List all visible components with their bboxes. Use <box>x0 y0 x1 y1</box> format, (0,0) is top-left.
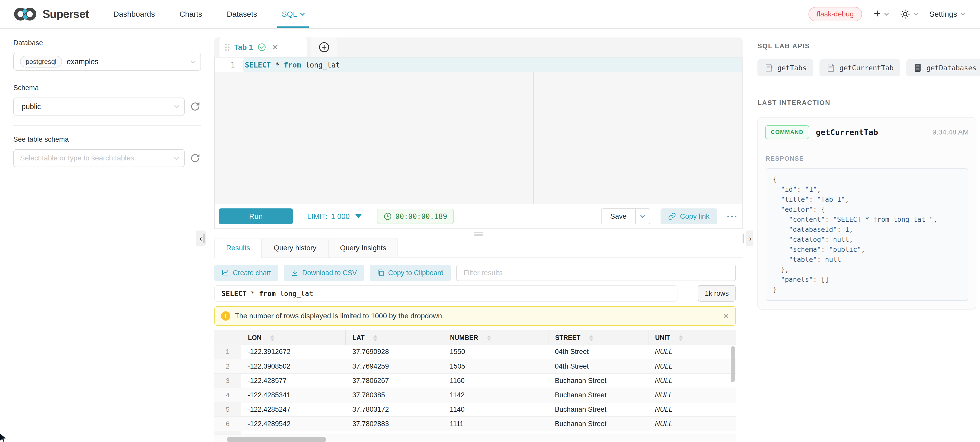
api-button-getcurrenttab[interactable]: getCurrentTab <box>819 59 900 76</box>
download-icon <box>291 269 299 277</box>
table-cell: Buchanan Street <box>548 373 648 388</box>
table-cell: 37.7694259 <box>346 359 443 373</box>
copy-to-clipboard-button[interactable]: Copy to Clipboard <box>370 265 451 281</box>
response-json: { "id": "1", "title": "Tab 1", "editor":… <box>773 174 961 295</box>
sort-icons[interactable] <box>373 335 377 341</box>
theme-toggle[interactable] <box>900 9 918 19</box>
table-cell: NULL <box>648 373 736 388</box>
schema-select[interactable]: public <box>13 97 185 115</box>
run-button[interactable]: Run <box>219 208 293 224</box>
table-cell: Buchanan Street <box>548 402 648 416</box>
save-options-button[interactable] <box>635 209 650 224</box>
chevron-down-icon <box>300 11 305 15</box>
chevron-down-icon <box>191 58 196 64</box>
add-tab-button[interactable] <box>311 37 337 57</box>
close-warning-icon[interactable]: ✕ <box>723 312 729 320</box>
close-tab-icon[interactable]: ✕ <box>272 43 278 52</box>
results-tab-results[interactable]: Results <box>214 238 262 258</box>
download-csv-button[interactable]: Download to CSV <box>284 265 364 281</box>
table-cell: 37.7690928 <box>346 345 443 359</box>
row-index: 4 <box>214 388 241 402</box>
nav-item-dashboards[interactable]: Dashboards <box>113 0 155 28</box>
save-button[interactable]: Save <box>601 209 635 224</box>
text-caret <box>243 60 244 70</box>
table-row: 1-122.391267237.7690928155004th StreetNU… <box>214 345 736 359</box>
sql-editor[interactable]: 1 SELECT * from long_lat Run LIMIT: 1 00… <box>214 57 743 229</box>
results-table-wrap: LONLATNUMBERSTREETUNIT 1-122.391267237.7… <box>214 330 736 435</box>
table-cell: -122.3908502 <box>241 359 346 373</box>
refresh-tables-icon[interactable] <box>189 152 201 164</box>
table-cell: 1111 <box>443 416 548 431</box>
nav-item-charts[interactable]: Charts <box>180 0 202 28</box>
limit-label: LIMIT: <box>307 212 328 221</box>
table-cell: 1505 <box>443 359 548 373</box>
editor-tabstrip: Tab 1 ✕ <box>214 37 743 57</box>
api-buttons: getTabsgetCurrentTabgetDatabases <box>757 59 977 76</box>
tab-1[interactable]: Tab 1 ✕ <box>220 37 307 57</box>
results-actions: Create chart Download to CSV Copy to Cli… <box>214 265 743 281</box>
table-cell: -122.3912672 <box>241 345 346 359</box>
save-split-button: Save <box>601 208 650 224</box>
column-label: UNIT <box>655 334 670 341</box>
new-item-menu[interactable]: + <box>874 9 888 19</box>
sort-icons[interactable] <box>589 335 593 341</box>
create-chart-label: Create chart <box>233 269 271 277</box>
nav-item-label: SQL <box>282 10 297 19</box>
apis-title: SQL LAB APIS <box>757 42 977 50</box>
row-index: 1 <box>214 345 241 359</box>
refresh-schemas-icon[interactable] <box>189 101 201 112</box>
sun-icon <box>900 9 910 19</box>
sort-icons[interactable] <box>487 335 491 341</box>
results-tab-query-history[interactable]: Query history <box>262 238 328 258</box>
filter-results-input[interactable] <box>457 265 736 281</box>
sql-text: * <box>271 61 284 69</box>
sidebar-resize-handle[interactable] <box>203 234 205 243</box>
sql-keyword: SELECT <box>221 290 247 297</box>
timer-value: 00:00:00.189 <box>395 212 447 221</box>
column-header-lon[interactable]: LON <box>241 330 346 345</box>
column-header-street[interactable]: STREET <box>548 330 648 345</box>
top-navbar: Superset DashboardsChartsDatasetsSQL fla… <box>0 0 980 29</box>
settings-menu[interactable]: Settings <box>929 10 965 19</box>
saved-check-icon <box>258 43 266 51</box>
query-preview: SELECT * from long_lat <box>214 285 678 302</box>
hscroll-thumb[interactable] <box>227 437 326 442</box>
editor-empty-area[interactable] <box>215 72 742 204</box>
create-chart-button[interactable]: Create chart <box>214 265 278 281</box>
limit-dropdown[interactable]: LIMIT: 1 000 <box>307 212 361 221</box>
table-cell: 04th Street <box>548 345 648 359</box>
pane-resize-handle[interactable] <box>474 232 483 236</box>
nav-item-sql[interactable]: SQL <box>282 0 304 28</box>
column-header-lat[interactable]: LAT <box>346 330 443 345</box>
environment-badge: flask-debug <box>808 7 862 21</box>
right-panel-resize-handle[interactable] <box>743 234 744 243</box>
api-button-getdatabases[interactable]: getDatabases <box>907 59 980 76</box>
sort-icons[interactable] <box>679 335 683 341</box>
database-select[interactable]: postgresql examples <box>13 53 201 70</box>
command-timestamp: 9:34:48 AM <box>932 128 969 136</box>
copy-link-button[interactable]: Copy link <box>660 208 717 224</box>
api-button-gettabs[interactable]: getTabs <box>757 59 813 76</box>
table-cell: NULL <box>648 359 736 373</box>
nav-item-datasets[interactable]: Datasets <box>227 0 257 28</box>
table-select[interactable]: Select table or type to search tables <box>13 149 185 167</box>
mouse-cursor <box>0 433 10 442</box>
column-header-unit[interactable]: UNIT <box>648 330 736 345</box>
plus-circle-icon <box>318 41 330 53</box>
superset-logo[interactable]: Superset <box>13 6 89 22</box>
table-cell: 1142 <box>443 388 548 402</box>
active-tab-underline <box>277 26 309 28</box>
drag-handle-icon[interactable] <box>225 44 229 51</box>
sql-text: * <box>247 290 259 297</box>
table-cell: 04th Street <box>548 359 648 373</box>
results-tab-query-insights[interactable]: Query Insights <box>328 238 398 258</box>
column-label: LAT <box>353 334 364 341</box>
settings-label: Settings <box>929 10 957 19</box>
column-header-number[interactable]: NUMBER <box>443 330 548 345</box>
chevron-down-icon <box>884 11 889 15</box>
sort-icons[interactable] <box>270 335 274 341</box>
sql-text: long_lat <box>276 290 313 297</box>
sqllab-left-sidebar: Database postgresql examples Schema publ… <box>0 29 214 442</box>
table-vertical-scrollbar[interactable] <box>731 346 735 382</box>
more-options-button[interactable] <box>727 215 737 217</box>
